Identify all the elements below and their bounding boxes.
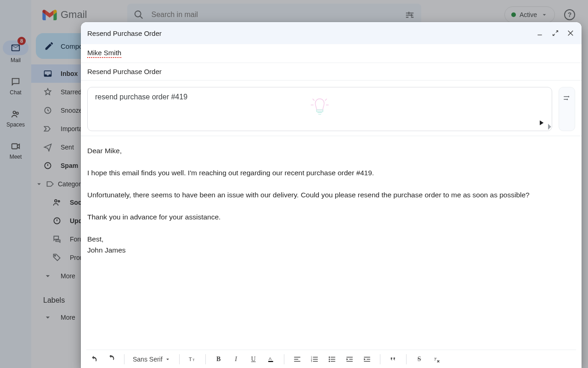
compose-title: Resend Purchase Order	[87, 29, 162, 37]
font-name-label: Sans Serif	[133, 356, 163, 363]
quote-icon[interactable]	[389, 355, 398, 364]
indent-less-icon[interactable]	[345, 355, 354, 364]
meet-icon	[10, 141, 21, 152]
to-field[interactable]: Mike Smith	[81, 44, 582, 63]
svg-point-8	[55, 255, 56, 257]
svg-point-11	[566, 99, 568, 100]
svg-text:3: 3	[311, 360, 312, 362]
nav-spam-label: Spam	[61, 162, 78, 169]
search-options-icon[interactable]	[405, 10, 415, 20]
rail-spaces[interactable]: Spaces	[6, 109, 25, 128]
clear-format-icon[interactable]: T	[432, 355, 441, 364]
redo-icon[interactable]	[107, 355, 116, 364]
minimize-icon[interactable]	[536, 29, 544, 37]
svg-rect-15	[268, 361, 273, 362]
social-icon	[52, 198, 62, 207]
svg-point-5	[55, 200, 57, 202]
svg-point-1	[16, 112, 18, 115]
rail-chat-label: Chat	[10, 89, 21, 96]
ai-settings-button[interactable]	[559, 87, 575, 131]
rail-chat[interactable]: Chat	[10, 76, 21, 96]
chevron-down-icon	[164, 356, 171, 362]
compose-header: Resend Purchase Order	[81, 22, 582, 44]
updates-icon	[52, 216, 62, 225]
ai-ghost-icon	[306, 94, 333, 121]
spaces-icon	[10, 109, 21, 120]
rail-meet[interactable]: Meet	[10, 141, 22, 160]
strikethrough-icon[interactable]: S	[415, 355, 424, 364]
indent-more-icon[interactable]	[362, 355, 372, 364]
bold-icon[interactable]: B	[214, 355, 223, 364]
underline-icon[interactable]: U	[249, 355, 258, 364]
align-icon[interactable]	[293, 355, 302, 364]
recipient-chip[interactable]: Mike Smith	[87, 49, 121, 58]
font-picker[interactable]: Sans Serif	[133, 356, 171, 363]
font-size-icon[interactable]: TT	[188, 355, 197, 364]
tag-icon	[46, 179, 55, 189]
svg-text:A: A	[268, 356, 271, 361]
nav-starred-label: Starred	[61, 88, 82, 96]
rail-mail[interactable]: 8 Mail	[3, 40, 28, 63]
subject-text: Resend Purchase Order	[87, 68, 162, 75]
brand[interactable]: Gmail	[42, 9, 87, 21]
important-icon	[43, 124, 52, 133]
nav-sent-label: Sent	[61, 144, 74, 151]
nav-inbox-label: Inbox	[61, 70, 78, 77]
close-icon[interactable]	[567, 29, 575, 37]
italic-icon[interactable]: I	[232, 355, 241, 364]
svg-point-6	[58, 201, 60, 202]
text-color-icon[interactable]: A	[266, 355, 276, 364]
clock-icon	[43, 106, 52, 115]
svg-point-20	[328, 358, 330, 360]
svg-rect-2	[12, 144, 17, 149]
labels-more-label: More	[61, 314, 75, 321]
chevron-down-icon	[35, 180, 43, 188]
format-toolbar: Sans Serif TT B I U A 123 S T	[86, 350, 576, 368]
svg-point-19	[328, 356, 330, 358]
app-rail: 8 Mail Chat Spaces Meet	[0, 0, 31, 368]
status-label: Active	[520, 11, 537, 18]
rail-meet-label: Meet	[10, 154, 22, 160]
compose-body[interactable]: Dear Mike, I hope this email finds you w…	[81, 136, 582, 350]
sliders-icon	[563, 94, 571, 102]
brand-text: Gmail	[61, 9, 87, 21]
subject-field[interactable]: Resend Purchase Order	[81, 63, 582, 80]
sent-icon	[43, 143, 52, 152]
status-dot-icon	[511, 12, 516, 17]
ai-prompt-box[interactable]: resend purchase order #419 ◢	[87, 87, 552, 131]
rail-spaces-label: Spaces	[6, 121, 25, 128]
ai-prompt-text: resend purchase order #419	[95, 93, 187, 101]
search-icon	[134, 10, 144, 20]
svg-text:T: T	[192, 358, 195, 362]
inbox-icon	[43, 69, 52, 78]
help-icon[interactable]: ?	[564, 9, 575, 20]
status-pill[interactable]: Active	[504, 6, 555, 23]
svg-text:T: T	[188, 356, 192, 362]
resize-grip-icon[interactable]: ◢	[544, 123, 551, 130]
svg-point-0	[13, 111, 16, 114]
svg-point-21	[328, 361, 330, 362]
spam-icon	[43, 161, 52, 170]
star-icon	[43, 87, 52, 97]
gmail-logo-icon	[42, 9, 57, 20]
forums-icon	[52, 235, 62, 244]
undo-icon[interactable]	[89, 355, 98, 364]
svg-text:T: T	[434, 356, 437, 362]
promotions-icon	[52, 253, 62, 262]
bullet-list-icon[interactable]	[328, 355, 337, 364]
mail-badge: 8	[17, 37, 26, 45]
nav-more-label: More	[61, 272, 75, 280]
chevron-down-icon	[541, 11, 548, 18]
exit-fullscreen-icon[interactable]	[551, 29, 560, 37]
chat-icon	[10, 76, 21, 87]
ordered-list-icon[interactable]: 123	[310, 355, 319, 364]
pencil-icon	[44, 41, 54, 51]
rail-mail-label: Mail	[11, 57, 21, 63]
chevron-down-icon	[43, 313, 52, 322]
search-input[interactable]	[151, 11, 395, 19]
svg-point-10	[568, 96, 569, 98]
svg-rect-9	[537, 34, 542, 35]
chevron-down-icon	[43, 271, 52, 281]
compose-window: Resend Purchase Order Mike Smith Resend …	[81, 22, 582, 368]
